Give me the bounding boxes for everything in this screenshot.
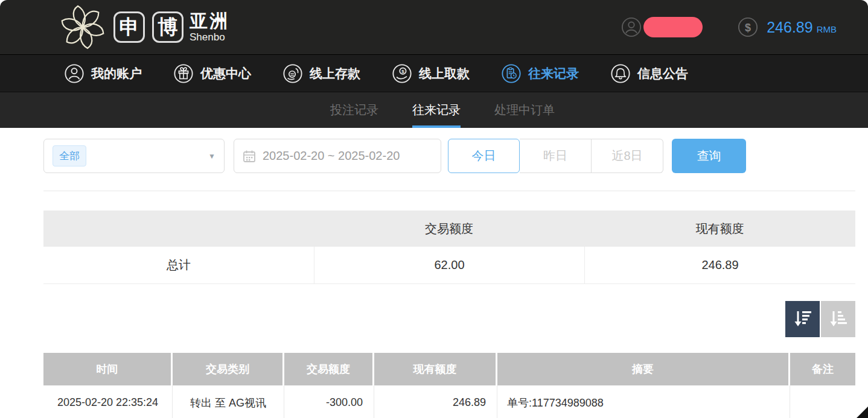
tab-transaction-records[interactable]: 往来记录 bbox=[412, 92, 461, 128]
balance-amount: 246.89 bbox=[767, 19, 812, 36]
content-area: 全部 ▼ 2025-02-20 ~ 2025-02-20 今日 昨日 近8日 查… bbox=[0, 139, 868, 418]
row-amount: -300.00 bbox=[284, 385, 374, 418]
table-row: 2025-02-20 22:35:24 转出 至 AG视讯 -300.00 24… bbox=[43, 385, 855, 418]
sort-ascending-icon bbox=[828, 308, 849, 330]
sort-descending-icon bbox=[793, 308, 813, 330]
summary-total-row: 总计 62.00 246.89 bbox=[43, 247, 855, 284]
nav-item-announcements[interactable]: 信息公告 bbox=[610, 63, 688, 84]
sort-controls bbox=[43, 301, 855, 337]
brand-logo[interactable]: 申 博 亚洲 Shenbo bbox=[59, 4, 229, 51]
resize-grip bbox=[857, 407, 868, 418]
nav-item-my-account[interactable]: 我的账户 bbox=[64, 63, 142, 84]
calendar-icon bbox=[243, 150, 256, 163]
logo-region-text: 亚洲 bbox=[190, 12, 229, 30]
tab-processing-orders[interactable]: 处理中订单 bbox=[494, 92, 555, 128]
nav-label: 线上取款 bbox=[419, 65, 470, 82]
withdraw-icon: $ bbox=[392, 63, 412, 84]
app-header: 申 博 亚洲 Shenbo $ 246.89 RMB bbox=[0, 0, 868, 54]
user-icon bbox=[64, 63, 85, 84]
sort-ascending-button[interactable] bbox=[821, 301, 855, 337]
nav-label: 往来记录 bbox=[528, 65, 579, 82]
logo-latin-text: Shenbo bbox=[190, 32, 229, 42]
chevron-down-icon: ▼ bbox=[208, 152, 215, 160]
nav-label: 线上存款 bbox=[310, 65, 360, 82]
type-select-value: 全部 bbox=[53, 145, 86, 166]
col-header-summary: 摘要 bbox=[497, 353, 788, 385]
bell-icon bbox=[610, 63, 631, 84]
row-remark bbox=[790, 385, 855, 418]
records-header-row: 时间 交易类别 交易额度 现有额度 摘要 备注 bbox=[43, 353, 855, 385]
svg-text:$: $ bbox=[401, 69, 404, 74]
col-header-amount: 交易额度 bbox=[284, 353, 372, 385]
nav-item-deposit[interactable]: 线上存款 bbox=[282, 63, 360, 84]
date-range-input[interactable]: 2025-02-20 ~ 2025-02-20 bbox=[234, 139, 441, 173]
summary-table: 交易额度 现有额度 总计 62.00 246.89 bbox=[43, 211, 855, 284]
summary-header-row: 交易额度 现有额度 bbox=[43, 211, 855, 247]
flower-logo-icon bbox=[59, 4, 106, 51]
record-tabs: 投注记录 往来记录 处理中订单 bbox=[0, 92, 868, 128]
balance-group[interactable]: $ 246.89 RMB bbox=[738, 17, 837, 37]
tab-betting-records[interactable]: 投注记录 bbox=[330, 92, 378, 128]
yesterday-button[interactable]: 昨日 bbox=[520, 139, 592, 173]
col-header-remark: 备注 bbox=[790, 353, 855, 385]
username-redacted-pill[interactable] bbox=[643, 17, 703, 37]
gift-icon bbox=[173, 63, 194, 84]
row-type: 转出 至 AG视讯 bbox=[173, 385, 284, 418]
summary-total-label: 总计 bbox=[43, 247, 314, 283]
logo-char-bo: 博 bbox=[152, 11, 183, 43]
summary-total-amount: 62.00 bbox=[314, 247, 584, 283]
deposit-icon bbox=[282, 63, 303, 84]
logo-char-shen: 申 bbox=[113, 11, 145, 43]
nav-label: 我的账户 bbox=[91, 65, 142, 82]
row-balance: 246.89 bbox=[374, 385, 497, 418]
sort-descending-button[interactable] bbox=[785, 301, 820, 337]
nav-item-withdraw[interactable]: $ 线上取款 bbox=[392, 63, 470, 84]
col-header-time: 时间 bbox=[43, 353, 171, 385]
row-time: 2025-02-20 22:35:24 bbox=[43, 385, 173, 418]
filter-row: 全部 ▼ 2025-02-20 ~ 2025-02-20 今日 昨日 近8日 查… bbox=[43, 139, 855, 173]
nav-item-promotions[interactable]: 优惠中心 bbox=[173, 63, 251, 84]
dollar-coin-icon: $ bbox=[738, 17, 758, 37]
today-button[interactable]: 今日 bbox=[448, 139, 520, 173]
main-nav: 我的账户 优惠中心 线上存款 $ 线上取款 bbox=[0, 54, 868, 92]
user-avatar-icon[interactable] bbox=[621, 17, 642, 37]
last8days-button[interactable]: 近8日 bbox=[592, 139, 663, 173]
nav-item-records[interactable]: 往来记录 bbox=[501, 63, 579, 84]
summary-header-amount: 交易额度 bbox=[314, 221, 584, 237]
records-icon bbox=[501, 63, 522, 84]
row-summary: 单号:117734989088 bbox=[497, 385, 790, 418]
summary-total-balance: 246.89 bbox=[584, 247, 855, 283]
type-select[interactable]: 全部 ▼ bbox=[43, 139, 225, 173]
nav-label: 优惠中心 bbox=[200, 65, 251, 82]
col-header-balance: 现有额度 bbox=[374, 353, 496, 385]
summary-header-balance: 现有额度 bbox=[584, 221, 855, 237]
records-table: 时间 交易类别 交易额度 现有额度 摘要 备注 2025-02-20 22:35… bbox=[43, 353, 855, 418]
col-header-type: 交易类别 bbox=[173, 353, 282, 385]
section-divider bbox=[43, 191, 855, 191]
search-button[interactable]: 查询 bbox=[672, 139, 746, 173]
svg-text:$: $ bbox=[745, 22, 751, 34]
nav-label: 信息公告 bbox=[637, 65, 688, 82]
quick-date-group: 今日 昨日 近8日 bbox=[448, 139, 663, 173]
balance-currency: RMB bbox=[817, 24, 837, 34]
date-range-value: 2025-02-20 ~ 2025-02-20 bbox=[263, 149, 400, 163]
